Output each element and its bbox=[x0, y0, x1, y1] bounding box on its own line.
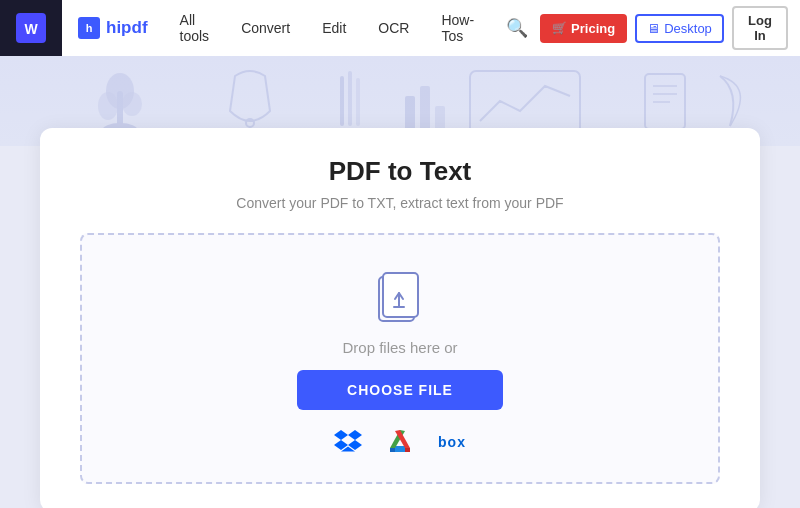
search-button[interactable]: 🔍 bbox=[502, 13, 532, 43]
cart-icon: 🛒 bbox=[552, 21, 567, 35]
nav-actions: 🔍 🛒 Pricing 🖥 Desktop Log In bbox=[490, 0, 800, 56]
google-drive-icon[interactable] bbox=[386, 428, 414, 456]
dropbox-icon[interactable] bbox=[334, 428, 362, 456]
desktop-icon: 🖥 bbox=[647, 21, 660, 36]
hipdf-logo-icon: h bbox=[78, 17, 100, 39]
cloud-icons: box bbox=[102, 428, 698, 456]
svg-rect-14 bbox=[470, 71, 580, 136]
nav-edit[interactable]: Edit bbox=[306, 0, 362, 56]
login-label: Log In bbox=[748, 13, 772, 43]
content-card: PDF to Text Convert your PDF to TXT, ext… bbox=[40, 128, 760, 508]
page-title: PDF to Text bbox=[80, 156, 720, 187]
upload-icon bbox=[375, 271, 425, 327]
svg-rect-10 bbox=[356, 78, 360, 126]
svg-rect-8 bbox=[340, 76, 344, 126]
drop-zone[interactable]: Drop files here or CHOOSE FILE bbox=[80, 233, 720, 484]
wondershare-logo[interactable]: W bbox=[0, 0, 62, 56]
svg-text:W: W bbox=[24, 21, 38, 37]
nav-ocr[interactable]: OCR bbox=[362, 0, 425, 56]
nav-convert[interactable]: Convert bbox=[225, 0, 306, 56]
hipdf-brand[interactable]: h hipdf bbox=[62, 0, 164, 56]
svg-rect-11 bbox=[405, 96, 415, 131]
navbar: W h hipdf All tools Convert Edit OCR How… bbox=[0, 0, 800, 56]
pricing-label: Pricing bbox=[571, 21, 615, 36]
nav-how-tos[interactable]: How-Tos bbox=[425, 0, 490, 56]
svg-point-5 bbox=[98, 92, 118, 120]
nav-all-tools[interactable]: All tools bbox=[164, 0, 226, 56]
svg-rect-12 bbox=[420, 86, 430, 131]
nav-links: All tools Convert Edit OCR How-Tos bbox=[164, 0, 491, 56]
svg-rect-9 bbox=[348, 71, 352, 126]
choose-file-button[interactable]: CHOOSE FILE bbox=[297, 370, 503, 410]
login-button[interactable]: Log In bbox=[732, 6, 788, 50]
upload-icon-wrap bbox=[102, 271, 698, 327]
pricing-button[interactable]: 🛒 Pricing bbox=[540, 14, 627, 43]
page-subtitle: Convert your PDF to TXT, extract text fr… bbox=[80, 195, 720, 211]
main-content: PDF to Text Convert your PDF to TXT, ext… bbox=[0, 146, 800, 508]
box-icon[interactable]: box bbox=[438, 434, 466, 450]
hipdf-brand-text: hipdf bbox=[106, 18, 148, 38]
drop-text: Drop files here or bbox=[102, 339, 698, 356]
svg-point-6 bbox=[122, 92, 142, 116]
desktop-button[interactable]: 🖥 Desktop bbox=[635, 14, 724, 43]
search-icon: 🔍 bbox=[506, 18, 528, 38]
desktop-label: Desktop bbox=[664, 21, 712, 36]
ws-icon: W bbox=[16, 13, 46, 43]
